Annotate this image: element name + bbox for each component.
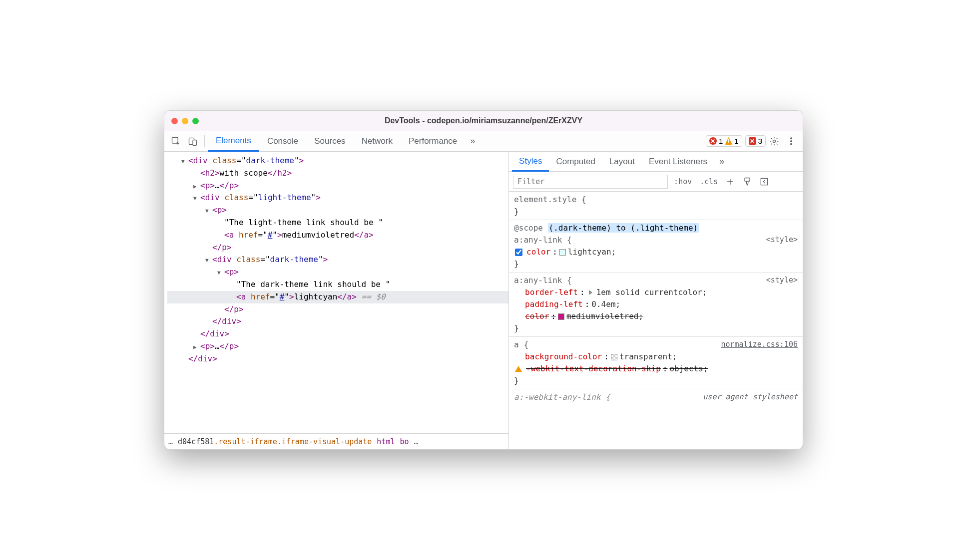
property-toggle-checkbox[interactable] [515, 249, 522, 256]
traffic-lights [171, 118, 199, 124]
styles-filter-input[interactable] [513, 175, 668, 189]
subtab-layout[interactable]: Layout [602, 152, 642, 171]
new-style-rule-icon[interactable] [724, 175, 737, 188]
svg-point-5 [791, 140, 792, 142]
dom-node[interactable]: <p>…</p> [167, 180, 508, 192]
dom-node[interactable]: <div class="dark-theme"> [167, 254, 508, 266]
issues-count: 3 [758, 137, 762, 145]
expand-arrow-icon[interactable] [193, 180, 200, 192]
dom-tree[interactable]: <div class="dark-theme"><h2>with scope</… [164, 152, 508, 433]
user-agent-rule[interactable]: a:-webkit-any-link { user agent styleshe… [509, 389, 803, 405]
kebab-menu-icon[interactable] [783, 133, 800, 150]
warning-icon: ! [725, 137, 732, 145]
dom-node[interactable]: </p> [167, 242, 508, 254]
tab-network[interactable]: Network [354, 131, 401, 151]
element-style-rule[interactable]: element.style { } [509, 192, 803, 220]
subtab-computed[interactable]: Computed [549, 152, 602, 171]
error-warning-badge[interactable]: ✕ 1 ! 1 [706, 135, 742, 147]
paint-brush-icon[interactable] [741, 175, 754, 188]
breadcrumb-suffix: … [414, 437, 419, 446]
toolbar-divider [204, 135, 205, 147]
styles-toolbar: :hov .cls [509, 172, 803, 192]
devtools-window: DevTools - codepen.io/miriamsuzanne/pen/… [164, 110, 803, 450]
scope-rule[interactable]: @scope (.dark-theme) to (.light-theme) a… [509, 220, 803, 273]
expand-shorthand-icon[interactable] [589, 290, 592, 295]
titlebar: DevTools - codepen.io/miriamsuzanne/pen/… [164, 111, 803, 131]
close-window-button[interactable] [171, 118, 178, 124]
minimize-window-button[interactable] [182, 118, 188, 124]
expand-arrow-icon[interactable] [181, 155, 188, 167]
source-link[interactable]: <style> [766, 234, 798, 246]
cls-toggle[interactable]: .cls [698, 177, 720, 186]
warning-icon [515, 366, 522, 372]
hov-toggle[interactable]: :hov [672, 177, 694, 186]
source-link[interactable]: <style> [766, 275, 798, 286]
panel-tabs: Elements Console Sources Network Perform… [208, 131, 480, 151]
dom-node[interactable]: <p> [167, 266, 508, 279]
css-property-overridden[interactable]: color: mediumvioletred; [514, 310, 798, 322]
error-icon: ✕ [709, 137, 717, 145]
expand-arrow-icon[interactable] [193, 340, 200, 353]
dom-node[interactable]: </div> [167, 328, 508, 340]
tab-elements[interactable]: Elements [208, 131, 259, 152]
tab-sources[interactable]: Sources [306, 131, 353, 151]
split-panes: <div class="dark-theme"><h2>with scope</… [164, 152, 803, 449]
device-toggle-icon[interactable] [184, 133, 201, 150]
dom-node[interactable]: <div class="light-theme"> [167, 192, 508, 204]
breadcrumb-body[interactable]: bo [400, 437, 409, 446]
breadcrumb-trail[interactable]: … d04cf581.result-iframe.iframe-visual-u… [164, 433, 508, 449]
dom-node[interactable]: <a href="#">mediumvioletred</a> [167, 229, 508, 242]
source-label: user agent stylesheet [703, 391, 798, 403]
expand-arrow-icon[interactable] [217, 266, 224, 279]
breadcrumb-html[interactable]: html [377, 437, 395, 446]
subtab-styles[interactable]: Styles [512, 152, 549, 172]
more-subtabs-icon[interactable]: » [714, 156, 729, 167]
css-property[interactable]: padding-left: 0.4em; [514, 298, 798, 310]
color-swatch[interactable] [611, 354, 617, 360]
dom-node[interactable]: <h2>with scope</h2> [167, 167, 508, 180]
css-property[interactable]: border-left:1em solid currentcolor; [514, 286, 798, 298]
dom-node[interactable]: <p> [167, 204, 508, 217]
color-swatch[interactable] [559, 249, 566, 256]
error-count: 1 [719, 137, 723, 145]
color-swatch[interactable] [558, 313, 564, 320]
breadcrumb-iframe[interactable]: d04cf581.result-iframe.iframe-visual-upd… [178, 437, 372, 446]
dom-node[interactable]: </div> [167, 353, 508, 365]
dom-node[interactable]: </p> [167, 303, 508, 316]
subtab-event-listeners[interactable]: Event Listeners [642, 152, 714, 171]
svg-rect-8 [761, 178, 768, 185]
issues-badge[interactable]: ✕ 3 [745, 135, 766, 147]
svg-rect-7 [745, 178, 750, 181]
maximize-window-button[interactable] [192, 118, 199, 124]
dom-node[interactable]: </div> [167, 315, 508, 328]
issues-icon: ✕ [749, 137, 756, 145]
expand-arrow-icon[interactable] [205, 254, 212, 266]
more-tabs-icon[interactable]: » [465, 136, 480, 146]
styles-rules[interactable]: element.style { } @scope (.dark-theme) t… [509, 192, 803, 449]
svg-point-3 [773, 140, 776, 142]
elements-pane: <div class="dark-theme"><h2>with scope</… [164, 152, 509, 449]
dom-node[interactable]: <div class="dark-theme"> [167, 155, 508, 167]
css-property[interactable]: background-color: transparent; [514, 351, 798, 363]
dom-node[interactable]: <a href="#">lightcyan</a> == $0 [167, 291, 508, 303]
dom-node[interactable]: <p>…</p> [167, 340, 508, 353]
dom-node[interactable]: "The light-theme link should be " [167, 217, 508, 229]
css-property-invalid[interactable]: -webkit-text-decoration-skip: objects; [514, 363, 798, 375]
breadcrumb-ellipsis: … [168, 437, 173, 446]
tab-console[interactable]: Console [259, 131, 306, 151]
settings-gear-icon[interactable] [766, 133, 783, 150]
any-link-rule[interactable]: a:any-link { <style> border-left:1em sol… [509, 273, 803, 337]
dom-node[interactable]: "The dark-theme link should be " [167, 279, 508, 291]
source-link[interactable]: normalize.css:106 [721, 339, 798, 350]
computed-panel-toggle-icon[interactable] [758, 175, 771, 188]
tab-performance[interactable]: Performance [401, 131, 465, 151]
inspect-element-icon[interactable] [167, 133, 184, 150]
styles-subtabs: Styles Computed Layout Event Listeners » [509, 152, 803, 172]
expand-arrow-icon[interactable] [205, 204, 212, 217]
warning-count: 1 [734, 137, 738, 145]
a-rule[interactable]: a { normalize.css:106 background-color: … [509, 337, 803, 389]
scope-condition: (.dark-theme) to (.light-theme) [548, 223, 699, 233]
svg-rect-2 [193, 140, 197, 145]
css-property[interactable]: color: lightcyan; [514, 246, 798, 258]
expand-arrow-icon[interactable] [193, 192, 200, 204]
